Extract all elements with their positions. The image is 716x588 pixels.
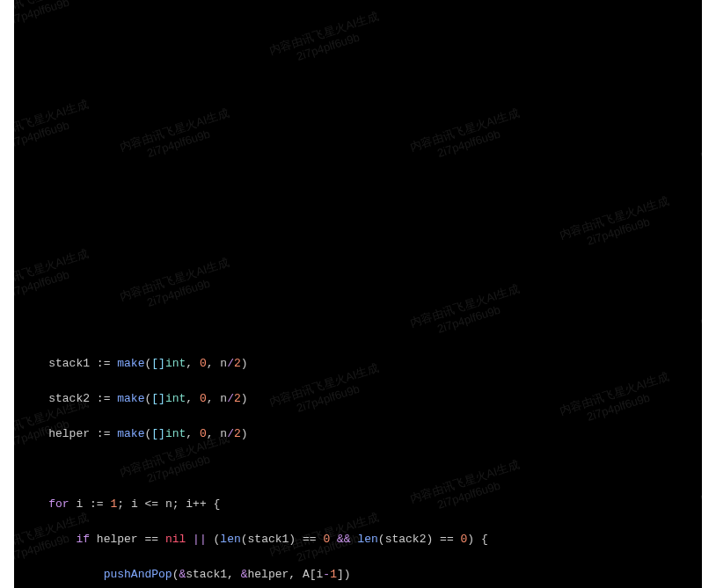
watermark: 内容由讯飞星火AI生成2i7p4plf6u9b xyxy=(14,0,94,36)
watermark: 内容由讯飞星火AI生成2i7p4plf6u9b xyxy=(267,10,384,71)
watermark: 内容由讯飞星火AI生成2i7p4plf6u9b xyxy=(118,106,235,168)
code-line: helper := make([]int, 0, n/2) xyxy=(21,425,695,443)
code-line: stack1 := make([]int, 0, n/2) xyxy=(21,355,695,373)
code-line: pushAndPop(&stack1, &helper, A[i-1]) xyxy=(21,566,695,584)
code-line xyxy=(21,461,695,478)
code-line: for i := 1; i <= n; i++ { xyxy=(21,496,695,513)
code-line: stack2 := make([]int, 0, n/2) xyxy=(21,390,695,408)
code-line: if helper == nil || (len(stack1) == 0 &&… xyxy=(21,531,695,548)
code-block: 内容由讯飞星火AI生成2i7p4plf6u9b 内容由讯飞星火AI生成2i7p4… xyxy=(14,0,702,588)
watermark: 内容由讯飞星火AI生成2i7p4plf6u9b xyxy=(14,98,94,159)
watermark: 内容由讯飞星火AI生成2i7p4plf6u9b xyxy=(408,282,525,344)
watermark: 内容由讯飞星火AI生成2i7p4plf6u9b xyxy=(698,115,702,177)
watermark: 内容由讯飞星火AI生成2i7p4plf6u9b xyxy=(698,282,702,344)
watermark: 内容由讯飞星火AI生成2i7p4plf6u9b xyxy=(558,194,675,256)
watermark: 内容由讯飞星火AI生成2i7p4plf6u9b xyxy=(408,106,525,168)
watermark: 内容由讯飞星火AI生成2i7p4plf6u9b xyxy=(14,247,94,309)
watermark: 内容由讯飞星火AI生成2i7p4plf6u9b xyxy=(118,256,235,317)
watermark: 内容由讯飞星火AI生成2i7p4plf6u9b xyxy=(698,458,702,519)
